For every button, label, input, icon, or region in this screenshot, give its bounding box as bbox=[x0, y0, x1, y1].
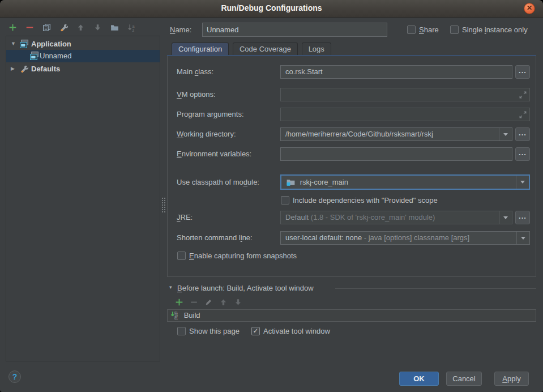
sort-alphabetically-icon[interactable]: az bbox=[127, 23, 136, 32]
share-label: Share bbox=[419, 25, 439, 35]
shorten-command-line-label: Shorten command line: bbox=[177, 231, 253, 245]
dropdown-arrow-icon[interactable] bbox=[516, 176, 529, 189]
before-launch-task-build[interactable]: 011001 Build bbox=[167, 309, 536, 322]
title-bar: Run/Debug Configurations ✕ bbox=[0, 0, 543, 18]
cancel-button[interactable]: Cancel bbox=[446, 372, 482, 386]
run-debug-configurations-dialog: Run/Debug Configurations ✕ az ▼ Appl bbox=[0, 0, 543, 392]
shorten-command-line-combo[interactable]: user-local default: none - java [options… bbox=[280, 231, 530, 245]
help-button[interactable]: ? bbox=[8, 370, 21, 383]
working-directory-value: /home/meriherrera/Code/Github/rsksmart/r… bbox=[285, 130, 433, 138]
jre-combo[interactable]: Default (1.8 - SDK of 'rskj-core_main' m… bbox=[280, 211, 512, 224]
window-title: Run/Debug Configurations bbox=[221, 3, 322, 12]
section-collapse-icon[interactable]: ▾ bbox=[169, 284, 172, 290]
tree-item-label: Unnamed bbox=[40, 50, 71, 62]
module-value: rskj-core_main bbox=[300, 178, 348, 186]
tree-item-label: Defaults bbox=[31, 63, 60, 75]
module-icon bbox=[286, 177, 296, 187]
edit-defaults-icon[interactable] bbox=[59, 23, 69, 32]
activate-tool-window-label: Activate tool window bbox=[263, 326, 330, 336]
add-icon[interactable] bbox=[174, 297, 184, 307]
chevron-down-icon[interactable]: ▼ bbox=[11, 38, 16, 50]
move-up-icon[interactable] bbox=[219, 297, 228, 307]
tab-code-coverage[interactable]: Code Coverage bbox=[233, 42, 298, 55]
help-icon: ? bbox=[12, 372, 18, 381]
environment-variables-browse-button[interactable]: ... bbox=[515, 147, 530, 161]
name-label: Name: bbox=[170, 23, 191, 37]
move-down-icon[interactable] bbox=[93, 23, 102, 32]
checkmark-icon: ✓ bbox=[253, 327, 258, 335]
module-combo[interactable]: rskj-core_main bbox=[280, 174, 530, 190]
dropdown-arrow-icon[interactable] bbox=[499, 211, 512, 224]
form-snapshots-checkbox[interactable] bbox=[177, 252, 186, 260]
main-class-label: Main class: bbox=[177, 65, 213, 79]
add-icon[interactable] bbox=[8, 23, 18, 32]
main-class-field[interactable]: co.rsk.Start bbox=[280, 65, 512, 79]
single-instance-label: Single instance only bbox=[462, 25, 528, 35]
ok-button[interactable]: OK bbox=[399, 372, 439, 386]
tab-bar: Configuration Code Coverage Logs bbox=[172, 42, 333, 55]
main-class-browse-button[interactable]: ... bbox=[515, 65, 530, 79]
dropdown-arrow-icon[interactable] bbox=[516, 232, 529, 244]
svg-text:01: 01 bbox=[174, 317, 178, 320]
before-launch-divider bbox=[335, 288, 536, 289]
copy-icon[interactable] bbox=[42, 23, 52, 32]
dropdown-arrow-icon[interactable] bbox=[499, 128, 512, 140]
form-snapshots-label: Enable capturing form snapshots bbox=[189, 251, 297, 261]
tree-item-label: Application bbox=[31, 38, 71, 50]
vm-options-field[interactable] bbox=[280, 88, 530, 101]
new-folder-icon[interactable] bbox=[110, 23, 119, 32]
provided-scope-checkbox[interactable] bbox=[281, 196, 289, 204]
name-input[interactable] bbox=[202, 23, 387, 37]
program-arguments-label: Program arguments: bbox=[177, 108, 244, 121]
share-checkbox[interactable] bbox=[407, 25, 416, 34]
environment-variables-label: Environment variables: bbox=[177, 147, 251, 161]
single-instance-checkbox[interactable] bbox=[450, 25, 459, 34]
move-up-icon[interactable] bbox=[76, 23, 85, 32]
application-icon bbox=[19, 39, 29, 49]
configurations-tree: ▼ Application Unnamed ▶ Defaults bbox=[6, 36, 160, 361]
before-launch-header[interactable]: Before launch: Build, Activate tool wind… bbox=[177, 283, 314, 293]
environment-variables-field[interactable] bbox=[280, 147, 512, 161]
module-label: Use classpath of module: bbox=[177, 176, 259, 189]
remove-icon[interactable] bbox=[189, 297, 199, 307]
working-directory-combo[interactable]: /home/meriherrera/Code/Github/rsksmart/r… bbox=[280, 127, 512, 141]
edit-icon[interactable] bbox=[204, 297, 213, 307]
defaults-wrench-icon bbox=[19, 64, 29, 74]
tab-configuration[interactable]: Configuration bbox=[172, 42, 229, 55]
apply-button[interactable]: Apply bbox=[494, 372, 529, 386]
tab-logs[interactable]: Logs bbox=[302, 42, 331, 55]
jre-label: JRE: bbox=[177, 211, 193, 224]
tree-item-defaults[interactable]: ▶ Defaults bbox=[6, 63, 160, 75]
show-this-page-checkbox[interactable] bbox=[177, 327, 186, 335]
build-icon: 011001 bbox=[170, 310, 179, 320]
tree-item-application[interactable]: ▼ Application bbox=[6, 38, 160, 50]
chevron-right-icon[interactable]: ▶ bbox=[11, 63, 15, 75]
remove-icon[interactable] bbox=[25, 23, 35, 32]
configurations-toolbar: az bbox=[8, 23, 136, 32]
application-icon bbox=[29, 51, 39, 61]
svg-text:z: z bbox=[132, 28, 135, 32]
shorten-value-primary: user-local default: none bbox=[285, 233, 362, 242]
expand-field-icon[interactable] bbox=[518, 110, 528, 121]
expand-field-icon[interactable] bbox=[518, 90, 528, 101]
close-icon: ✕ bbox=[527, 4, 532, 12]
move-down-icon[interactable] bbox=[233, 297, 243, 307]
provided-scope-label: Include dependencies with "Provided" sco… bbox=[293, 195, 438, 205]
activate-tool-window-checkbox[interactable]: ✓ bbox=[251, 327, 260, 335]
before-launch-toolbar bbox=[174, 297, 243, 307]
jre-browse-button[interactable]: ... bbox=[515, 211, 530, 224]
working-directory-label: Working directory: bbox=[177, 127, 236, 141]
main-class-value: co.rsk.Start bbox=[285, 67, 323, 76]
task-label: Build bbox=[184, 311, 200, 319]
vm-options-label: VM options: bbox=[177, 88, 216, 101]
working-directory-browse-button[interactable]: ... bbox=[515, 127, 530, 141]
show-this-page-label: Show this page bbox=[189, 326, 240, 336]
panel-splitter-handle[interactable] bbox=[162, 198, 165, 212]
program-arguments-field[interactable] bbox=[280, 108, 530, 121]
jre-value-secondary: (1.8 - SDK of 'rskj-core_main' module) bbox=[311, 213, 435, 221]
jre-value-primary: Default bbox=[285, 213, 309, 221]
shorten-value-secondary: - java [options] classname [args] bbox=[364, 233, 469, 242]
close-button[interactable]: ✕ bbox=[524, 3, 535, 14]
tree-item-unnamed[interactable]: Unnamed bbox=[6, 50, 160, 62]
